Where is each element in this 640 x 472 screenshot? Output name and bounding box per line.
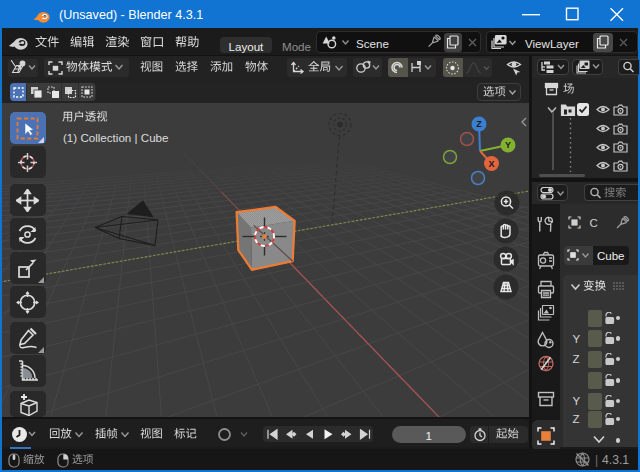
svg-text:X: X <box>488 159 494 169</box>
svg-text:Z: Z <box>476 119 482 129</box>
svg-text:Y: Y <box>505 140 511 150</box>
